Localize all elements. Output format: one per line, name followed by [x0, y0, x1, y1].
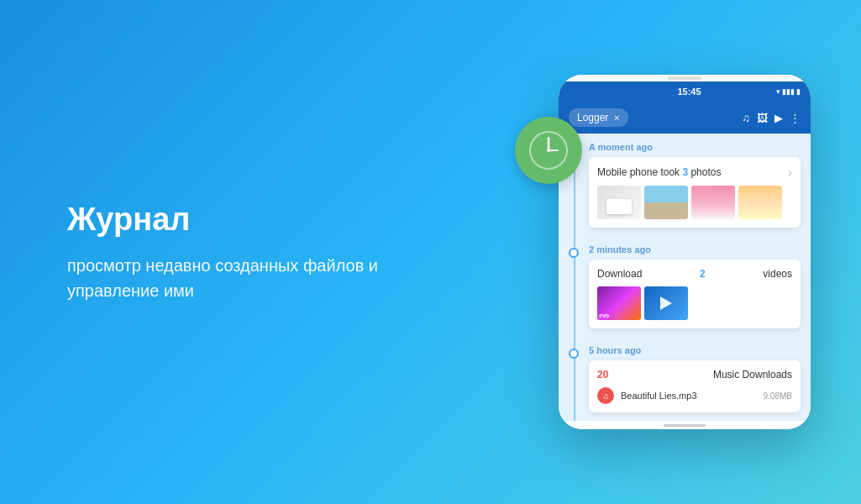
music-filter-icon[interactable]: ♫ [742, 112, 750, 124]
phone-top [559, 75, 811, 81]
timeline-dot-2 [569, 248, 579, 258]
battery-icon: ▮ [796, 87, 801, 96]
videos-card-title: Download 2 videos [597, 268, 792, 280]
phone: 15:45 ▾ ▮▮▮ ▮ Logger ✕ ♫ 🖼 ▶ ⋮ [559, 75, 811, 429]
music-filename: Beautiful Lies.mp3 [621, 391, 757, 401]
app-chip-label: Logger [577, 112, 608, 123]
photos-arrow-icon: › [788, 165, 792, 179]
videos-suffix: videos [763, 268, 792, 280]
video-thumb-2 [644, 286, 688, 320]
app-bar: Logger ✕ ♫ 🖼 ▶ ⋮ [559, 102, 811, 134]
phone-speaker [668, 76, 701, 80]
clock-circle [515, 117, 582, 184]
timeline-section-moment-ago: A moment ago Mobile phone took 3 photos … [559, 134, 811, 236]
timeline-label-2: 2 minutes ago [589, 244, 801, 255]
signal-icon: ▮▮▮ [782, 87, 795, 96]
music-item: ♫ Beautiful Lies.mp3 9.08MB [597, 387, 792, 404]
timeline-content: A moment ago Mobile phone took 3 photos … [559, 134, 811, 421]
chip-close-icon[interactable]: ✕ [613, 113, 620, 123]
music-card-title: 20 Music Downloads [597, 369, 792, 381]
photos-card[interactable]: Mobile phone took 3 photos › [589, 157, 801, 228]
phone-mockup-container: 15:45 ▾ ▮▮▮ ▮ Logger ✕ ♫ 🖼 ▶ ⋮ [542, 75, 811, 429]
photos-card-title: Mobile phone took 3 photos › [597, 165, 792, 179]
music-suffix: Music Downloads [713, 369, 792, 381]
videos-prefix: Download [597, 268, 642, 280]
left-panel: Журнал просмотр недавно созданных файлов… [67, 202, 386, 303]
main-title: Журнал [67, 202, 386, 238]
photo-thumb-3 [691, 186, 735, 219]
status-icons: ▾ ▮▮▮ ▮ [776, 87, 801, 96]
wifi-icon: ▾ [776, 87, 780, 96]
photo-filter-icon[interactable]: 🖼 [757, 112, 768, 124]
videos-row [597, 286, 792, 320]
status-time: 15:45 [677, 87, 701, 97]
photos-suffix: photos [688, 166, 721, 178]
home-indicator [664, 424, 706, 427]
photos-row [597, 186, 792, 219]
video-thumb-1 [597, 286, 641, 320]
status-bar: 15:45 ▾ ▮▮▮ ▮ [559, 81, 811, 102]
photo-thumb-4 [738, 186, 782, 219]
video-filter-icon[interactable]: ▶ [774, 112, 783, 124]
timeline-section-2-min-ago: 2 minutes ago Download 2 videos [559, 236, 811, 337]
photo-thumb-1 [597, 186, 641, 219]
videos-card[interactable]: Download 2 videos [589, 260, 801, 328]
app-bar-chip: Logger ✕ [569, 108, 628, 127]
svg-point-3 [547, 149, 550, 152]
photo-thumb-2 [644, 186, 688, 219]
music-card[interactable]: 20 Music Downloads ♫ Beautiful Lies.mp3 … [589, 360, 801, 412]
more-options-icon[interactable]: ⋮ [790, 112, 801, 124]
phone-bottom [559, 421, 811, 429]
music-size: 9.08MB [764, 391, 792, 401]
photos-title-text: Mobile phone took 3 photos [597, 166, 721, 178]
music-count: 20 [597, 369, 608, 381]
clock-icon [528, 129, 570, 171]
timeline-label-1: A moment ago [589, 142, 801, 152]
music-icon: ♫ [597, 387, 614, 404]
photos-prefix: Mobile phone took [597, 166, 682, 178]
app-bar-icons: ♫ 🖼 ▶ ⋮ [742, 112, 801, 124]
timeline-dot-3 [569, 349, 579, 359]
timeline-label-3: 5 hours ago [589, 345, 801, 355]
timeline-section-5-hours-ago: 5 hours ago 20 Music Downloads ♫ Beautif… [559, 337, 811, 421]
play-icon [660, 297, 672, 310]
subtitle-text: просмотр недавно созданных файлов и упра… [67, 253, 386, 303]
videos-count: 2 [700, 268, 706, 280]
